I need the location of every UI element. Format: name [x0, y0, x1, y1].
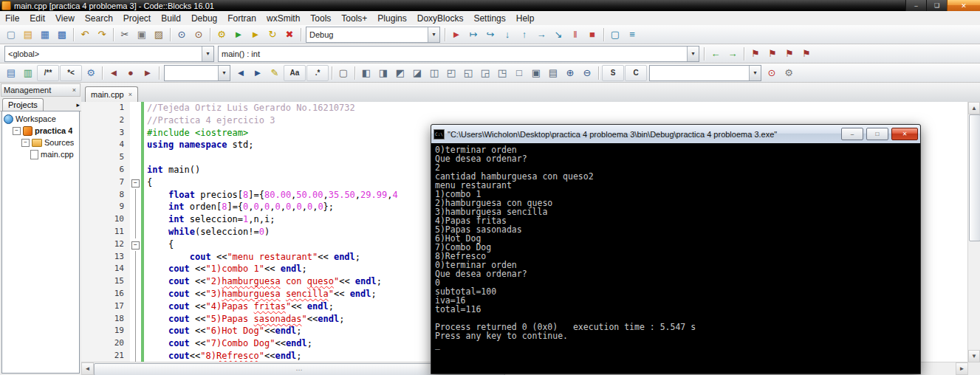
- window-tool-9-button[interactable]: ◳: [494, 66, 510, 80]
- search-button[interactable]: ⊙: [764, 66, 780, 80]
- fold-marker[interactable]: −: [130, 238, 141, 251]
- step-into-button[interactable]: ↓: [499, 27, 515, 42]
- line-number[interactable]: 2: [81, 114, 130, 127]
- build-and-run-button[interactable]: ►: [247, 27, 264, 42]
- stop-debugger-button[interactable]: ■: [584, 27, 600, 42]
- chevron-down-icon[interactable]: ▾: [687, 47, 699, 61]
- copy-button[interactable]: ▣: [134, 27, 150, 42]
- doxy-line-comment-button[interactable]: *<: [60, 65, 82, 81]
- line-number[interactable]: 1: [81, 102, 130, 114]
- scroll-right-icon[interactable]: ►: [956, 362, 968, 375]
- window-tool-8-button[interactable]: ◲: [477, 66, 493, 80]
- window-tool-11-button[interactable]: ▣: [528, 66, 544, 80]
- browse-marker-button[interactable]: ●: [123, 66, 139, 80]
- line-number[interactable]: 20: [81, 337, 130, 350]
- incsearch-next-button[interactable]: ►: [250, 66, 266, 80]
- line-number[interactable]: 18: [81, 313, 130, 326]
- line-number[interactable]: 9: [81, 201, 130, 213]
- line-number[interactable]: 13: [81, 251, 130, 264]
- menu-fortran[interactable]: Fortran: [222, 13, 261, 24]
- window-tool-10-button[interactable]: □: [511, 66, 527, 80]
- save-button[interactable]: ▦: [37, 27, 53, 42]
- save-all-button[interactable]: ▩: [54, 27, 70, 42]
- close-button[interactable]: ✕: [947, 0, 980, 11]
- new-file-button[interactable]: ▢: [3, 27, 19, 42]
- fold-marker[interactable]: −: [130, 176, 141, 189]
- build-button[interactable]: ⚙: [213, 27, 230, 42]
- redo-button[interactable]: ↷: [94, 27, 110, 42]
- highlight-occurrences-button[interactable]: ✎: [267, 66, 283, 80]
- window-tool-1-button[interactable]: ◧: [358, 66, 374, 80]
- window-tool-6-button[interactable]: ◰: [443, 66, 459, 80]
- chevron-down-icon[interactable]: ▾: [749, 66, 761, 80]
- menu-edit[interactable]: Edit: [24, 13, 50, 24]
- selection-button[interactable]: ▢: [335, 66, 352, 80]
- line-number[interactable]: 3: [81, 127, 130, 140]
- console-maximize-button[interactable]: □: [866, 128, 888, 140]
- options-wrench-button[interactable]: ⚙: [781, 66, 797, 80]
- menu-wxsmith[interactable]: wxSmith: [261, 13, 305, 24]
- line-number[interactable]: 8: [81, 189, 130, 202]
- line-number[interactable]: 11: [81, 226, 130, 238]
- debug-info-button[interactable]: ≡: [624, 27, 640, 42]
- menu-tools[interactable]: Tools: [305, 13, 336, 24]
- menu-doxyblocks[interactable]: DoxyBlocks: [412, 13, 469, 24]
- undo-button[interactable]: ↶: [77, 27, 93, 42]
- zoom-out-button[interactable]: ⊖: [579, 66, 595, 80]
- step-out-button[interactable]: ↑: [516, 27, 532, 42]
- tree-item-workspace[interactable]: Workspace: [2, 113, 79, 125]
- line-number[interactable]: 7: [81, 176, 130, 189]
- line-number[interactable]: 15: [81, 275, 130, 288]
- scroll-up-icon[interactable]: ▲: [968, 102, 980, 114]
- replace-button[interactable]: ⊙: [191, 27, 207, 42]
- menu-view[interactable]: View: [50, 13, 80, 24]
- tab-scroll-icon[interactable]: ▸: [76, 101, 80, 109]
- console-close-button[interactable]: ✕: [891, 128, 918, 140]
- bookmark-clear-button[interactable]: ⚑: [798, 47, 815, 61]
- menu-debug[interactable]: Debug: [186, 13, 222, 24]
- tree-item-practica-4[interactable]: −practica 4: [2, 125, 79, 137]
- break-debugger-button[interactable]: ‖: [567, 27, 583, 42]
- doxy-block-comment-button[interactable]: /**: [37, 65, 59, 81]
- window-tool-12-button[interactable]: ▤: [545, 66, 561, 80]
- rebuild-button[interactable]: ↻: [264, 27, 281, 42]
- debug-continue-button[interactable]: ►: [448, 27, 465, 42]
- tab-projects[interactable]: Projects: [2, 98, 44, 111]
- scroll-left-icon[interactable]: ◄: [81, 362, 94, 375]
- build-target-combo[interactable]: Debug▾: [306, 27, 440, 43]
- cut-button[interactable]: ✂: [117, 27, 133, 42]
- code-line[interactable]: 1//Tejeda Ortiz Luis Gerardo No.16210732: [81, 102, 968, 114]
- jump-forward-button[interactable]: →: [724, 47, 741, 61]
- line-number[interactable]: 10: [81, 213, 130, 226]
- line-number[interactable]: 17: [81, 300, 130, 313]
- line-number[interactable]: 14: [81, 263, 130, 275]
- editor-vscrollbar[interactable]: ▲ ▼: [967, 102, 980, 362]
- line-number[interactable]: 12: [81, 238, 130, 251]
- tree-expander-icon[interactable]: −: [13, 127, 21, 135]
- titlebar[interactable]: main.cpp [practica 4 probloema 3] - Code…: [0, 0, 980, 11]
- next-instruction-button[interactable]: →: [533, 27, 549, 42]
- window-tool-5-button[interactable]: ◫: [426, 66, 442, 80]
- tree-item-sources[interactable]: −Sources: [2, 137, 79, 148]
- zoom-in-button[interactable]: ⊕: [562, 66, 578, 80]
- line-number[interactable]: 19: [81, 325, 130, 337]
- jump-back-button[interactable]: ←: [707, 47, 724, 61]
- console-titlebar[interactable]: C:\ "C:\Users\Wicholon\Desktop\practica …: [431, 125, 920, 144]
- window-tool-7-button[interactable]: ◱: [460, 66, 476, 80]
- abort-build-button[interactable]: ✖: [281, 27, 298, 42]
- run-button[interactable]: ►: [230, 27, 247, 42]
- run-to-cursor-button[interactable]: ↦: [465, 27, 482, 42]
- menu-search[interactable]: Search: [80, 13, 118, 24]
- incsearch-combo[interactable]: ▾: [164, 65, 230, 81]
- regex-button[interactable]: .*: [306, 65, 329, 81]
- console-output[interactable]: 0)terminar ordenQue desea ordenar?2canti…: [431, 143, 920, 374]
- chevron-down-icon[interactable]: ▾: [428, 27, 439, 42]
- menu-project[interactable]: Project: [118, 13, 156, 24]
- fold-collapse-icon[interactable]: −: [131, 241, 140, 250]
- menu-settings[interactable]: Settings: [468, 13, 510, 24]
- window-tool-4-button[interactable]: ◪: [409, 66, 425, 80]
- line-number[interactable]: 21: [81, 350, 130, 362]
- tab-close-icon[interactable]: ×: [129, 91, 132, 98]
- paste-button[interactable]: ▨: [151, 27, 167, 42]
- step-into-instruction-button[interactable]: ↘: [550, 27, 566, 42]
